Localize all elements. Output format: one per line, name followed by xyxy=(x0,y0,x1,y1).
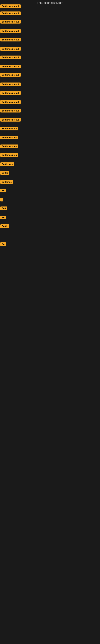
bottleneck-badge-container-7: Bottleneck result xyxy=(0,56,21,60)
bottleneck-badge-14[interactable]: Bottleneck result xyxy=(0,118,21,122)
bottleneck-badge-2[interactable]: Bottleneck result xyxy=(0,12,21,15)
bottleneck-badge-container-10: Bottleneck result xyxy=(0,82,21,87)
bottleneck-badge-container-21: Bottlenec xyxy=(0,180,13,184)
bottleneck-badge-container-17: Bottleneck res xyxy=(0,144,18,149)
bottleneck-badge-container-6: Bottleneck result xyxy=(0,47,21,52)
bottleneck-badge-11[interactable]: Bottleneck result xyxy=(0,91,21,95)
bottleneck-badge-13[interactable]: Bottleneck result xyxy=(0,109,21,112)
bottleneck-badge-3[interactable]: Bottleneck result xyxy=(0,20,21,24)
bottleneck-badge-container-12: Bottleneck result xyxy=(0,100,21,105)
bottleneck-badge-container-2: Bottleneck result xyxy=(0,12,21,16)
bottleneck-badge-container-15: Bottleneck res xyxy=(0,127,18,131)
bottleneck-badge-container-16: Bottleneck res xyxy=(0,136,18,140)
bottleneck-badge-8[interactable]: Bottleneck result xyxy=(0,64,21,68)
bottleneck-badge-container-23: | xyxy=(0,198,3,202)
bottleneck-badge-container-14: Bottleneck result xyxy=(0,118,21,122)
bottleneck-badge-26[interactable]: Bottle xyxy=(0,224,9,228)
bottleneck-badge-7[interactable]: Bottleneck result xyxy=(0,56,21,59)
bottleneck-badge-25[interactable]: Bo xyxy=(0,216,6,219)
bottleneck-badge-container-19: Bottleneck xyxy=(0,162,14,167)
bottleneck-badge-23[interactable]: | xyxy=(0,198,3,202)
bottleneck-badge-6[interactable]: Bottleneck result xyxy=(0,47,21,51)
bottleneck-badge-container-13: Bottleneck result xyxy=(0,109,21,113)
bottleneck-badge-container-26: Bottle xyxy=(0,224,9,229)
bottleneck-badge-container-27: Bo xyxy=(0,242,6,247)
bottleneck-badge-22[interactable]: Bot xyxy=(0,189,6,192)
bottleneck-badge-container-8: Bottleneck result xyxy=(0,64,21,69)
bottleneck-badge-10[interactable]: Bottleneck result xyxy=(0,82,21,86)
bottleneck-badge-container-5: Bottleneck result xyxy=(0,38,21,42)
bottleneck-badge-container-11: Bottleneck result xyxy=(0,91,21,96)
bottleneck-badge-21[interactable]: Bottlenec xyxy=(0,180,13,184)
bottleneck-badge-16[interactable]: Bottleneck res xyxy=(0,136,18,139)
bottleneck-badge-4[interactable]: Bottleneck result xyxy=(0,29,21,33)
bottleneck-badge-container-20: Bottle xyxy=(0,171,9,176)
bottleneck-badge-5[interactable]: Bottleneck result xyxy=(0,38,21,42)
bottleneck-badge-container-3: Bottleneck result xyxy=(0,20,21,24)
bottleneck-badge-18[interactable]: Bottleneck res xyxy=(0,153,18,157)
bottleneck-badge-9[interactable]: Bottleneck result xyxy=(0,73,21,77)
bottleneck-badge-container-22: Bot xyxy=(0,189,6,193)
bottleneck-badge-container-24: Bott xyxy=(0,206,7,211)
bottleneck-badge-15[interactable]: Bottleneck res xyxy=(0,127,18,130)
bottleneck-badge-24[interactable]: Bott xyxy=(0,206,7,210)
bottleneck-badge-19[interactable]: Bottleneck xyxy=(0,162,14,166)
bottleneck-badge-20[interactable]: Bottle xyxy=(0,171,9,175)
bottleneck-badge-12[interactable]: Bottleneck result xyxy=(0,100,21,104)
bottleneck-badge-container-1: Bottleneck result xyxy=(0,4,21,9)
bottleneck-badge-container-9: Bottleneck result xyxy=(0,73,21,78)
bottleneck-badge-27[interactable]: Bo xyxy=(0,242,6,246)
bottleneck-badge-container-4: Bottleneck result xyxy=(0,29,21,34)
bottleneck-badge-container-18: Bottleneck res xyxy=(0,153,18,158)
bottleneck-badge-17[interactable]: Bottleneck res xyxy=(0,144,18,148)
bottleneck-badge-1[interactable]: Bottleneck result xyxy=(0,4,21,8)
bottleneck-badge-container-25: Bo xyxy=(0,216,6,220)
